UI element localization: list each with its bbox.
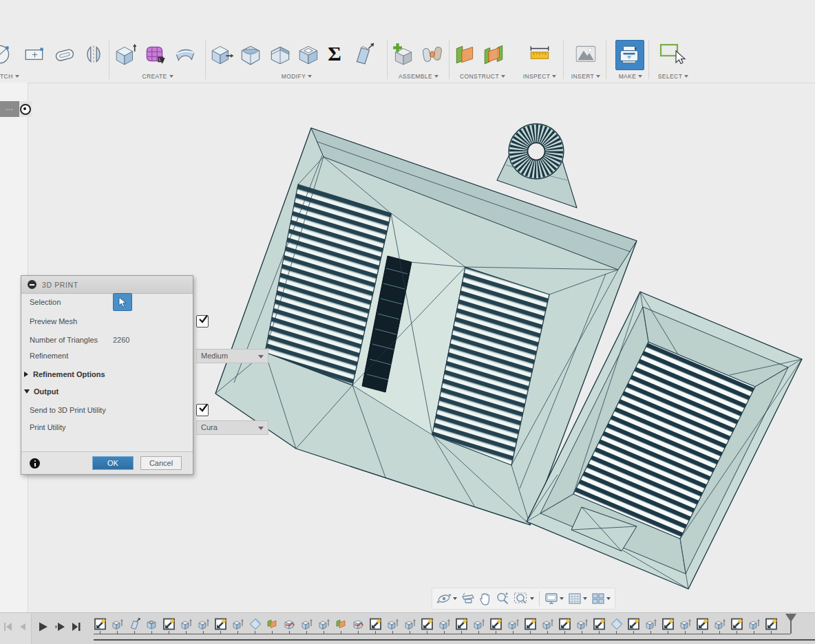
toolbar-separator: [205, 41, 206, 79]
timeline-feature-sketch[interactable]: [593, 617, 606, 631]
info-icon[interactable]: [30, 458, 40, 469]
timeline-feature-sketch[interactable]: [696, 617, 710, 631]
timeline-feature-sketch[interactable]: [765, 617, 779, 631]
timeline-feature-sketch[interactable]: [661, 617, 675, 631]
sketch-circle-icon[interactable]: [0, 41, 14, 67]
modify-fillet-icon[interactable]: [238, 41, 263, 67]
insert-image-icon[interactable]: [573, 41, 598, 67]
dropdown-caret-icon: [453, 597, 457, 600]
look-at-button[interactable]: [459, 590, 477, 608]
preview-mesh-checkbox[interactable]: [196, 315, 209, 328]
timeline-feature-extrude[interactable]: [403, 617, 417, 631]
zoom-button[interactable]: [494, 590, 511, 608]
timeline-feature-plane[interactable]: [266, 617, 279, 631]
timeline-feature-sketch[interactable]: [524, 617, 538, 631]
timeline-feature-extrude[interactable]: [438, 617, 452, 631]
play-button[interactable]: [36, 621, 49, 633]
dropdown-caret-icon: [501, 75, 505, 78]
timeline-feature-chamfer[interactable]: [610, 617, 624, 631]
construct-offset-plane-icon[interactable]: [452, 41, 477, 67]
timeline-feature-extrude[interactable]: [748, 617, 761, 631]
timeline-feature-extrude[interactable]: [386, 617, 400, 631]
timeline-feature-extrude[interactable]: [507, 617, 520, 631]
dropdown-caret-icon: [560, 597, 564, 600]
skip-to-end-button[interactable]: [70, 621, 83, 633]
collapse-dialog-icon[interactable]: [28, 280, 36, 289]
timeline-feature-sketch[interactable]: [94, 617, 107, 631]
construct-midplane-icon[interactable]: [481, 41, 506, 67]
timeline-feature-shell[interactable]: [145, 617, 159, 631]
browser-expand-toggle[interactable]: [19, 101, 32, 117]
send-to-utility-checkbox[interactable]: [196, 404, 209, 416]
output-header[interactable]: Output: [24, 387, 59, 396]
timeline-feature-sketch[interactable]: [558, 617, 572, 631]
display-settings-button[interactable]: [542, 590, 566, 608]
timeline-feature-form[interactable]: [352, 617, 366, 631]
timeline-feature-extrude[interactable]: [317, 617, 331, 631]
timeline-feature-plane[interactable]: [335, 617, 348, 631]
modify-shell-icon[interactable]: [296, 41, 321, 67]
pan-button[interactable]: [477, 590, 494, 608]
sketch-rectangle-icon[interactable]: [22, 41, 47, 67]
grid-settings-button[interactable]: [566, 590, 589, 608]
create-sweep-icon[interactable]: [173, 41, 198, 67]
timeline-feature-extrude[interactable]: [180, 617, 193, 631]
viewports-button[interactable]: [589, 590, 613, 608]
timeline-feature-extrude[interactable]: [472, 617, 486, 631]
timeline-scroll-edge[interactable]: [94, 639, 815, 641]
orbit-icon: [436, 592, 452, 605]
modify-parameters-sigma-icon[interactable]: Σ: [322, 41, 347, 67]
print-utility-dropdown[interactable]: Cura: [196, 420, 268, 435]
timeline-feature-sketch[interactable]: [421, 617, 434, 631]
refinement-dropdown[interactable]: Medium: [196, 349, 268, 363]
timeline-feature-extrude[interactable]: [679, 617, 692, 631]
timeline-feature-extrude[interactable]: [300, 617, 314, 631]
timeline-feature-extrude[interactable]: [197, 617, 211, 631]
timeline-feature-extrude[interactable]: [111, 617, 125, 631]
sketch-slot-icon[interactable]: [52, 41, 77, 67]
timeline-playhead[interactable]: [785, 613, 797, 635]
fusion360-window: TCH CREATE: [0, 0, 815, 644]
timeline-feature-extrude[interactable]: [231, 617, 245, 631]
sketch-mirror-icon[interactable]: [81, 41, 106, 67]
dropdown-caret-icon: [530, 597, 534, 600]
create-form-icon[interactable]: [142, 41, 167, 67]
orbit-button[interactable]: [434, 590, 459, 608]
ok-button[interactable]: OK: [92, 456, 134, 470]
timeline-feature-sketch[interactable]: [489, 617, 503, 631]
refinement-options-header[interactable]: Refinement Options: [24, 370, 105, 378]
toolbar-group-modify: Σ MODIFY: [207, 38, 387, 82]
timeline-feature-form[interactable]: [283, 617, 297, 631]
step-forward-button[interactable]: [54, 621, 66, 633]
timeline-feature-chamfer[interactable]: [248, 617, 262, 631]
timeline-feature-draft[interactable]: [128, 617, 142, 631]
timeline-feature-extrude[interactable]: [575, 617, 589, 631]
skip-to-start-button[interactable]: [2, 621, 14, 633]
timeline-feature-sketch[interactable]: [455, 617, 469, 631]
timeline-feature-extrude[interactable]: [713, 617, 727, 631]
timeline-feature-sketch[interactable]: [369, 617, 383, 631]
assemble-new-component-icon[interactable]: [390, 41, 415, 67]
fit-button[interactable]: [511, 590, 536, 608]
browser-collapsed-bar: ...: [0, 101, 32, 117]
timeline-feature-sketch[interactable]: [730, 617, 744, 631]
step-back-button[interactable]: [17, 621, 29, 633]
inspect-measure-icon[interactable]: [527, 41, 552, 67]
timeline-feature-extrude[interactable]: [644, 617, 658, 631]
modify-presspull-icon[interactable]: [209, 41, 234, 67]
timeline-feature-sketch[interactable]: [627, 617, 641, 631]
browser-overflow-button[interactable]: ...: [0, 101, 19, 117]
cancel-button[interactable]: Cancel: [140, 456, 182, 470]
timeline-feature-sketch[interactable]: [162, 617, 176, 631]
modify-chamfer-icon[interactable]: [268, 41, 293, 67]
create-extrude-icon[interactable]: [114, 41, 138, 67]
select-tool-icon[interactable]: [658, 41, 688, 67]
selection-tool-button[interactable]: [113, 293, 132, 311]
timeline-feature-extrude[interactable]: [541, 617, 555, 631]
timeline-feature-sketch[interactable]: [214, 617, 228, 631]
modify-draft-icon[interactable]: [351, 41, 376, 67]
assemble-joint-icon[interactable]: [420, 41, 445, 67]
dialog-titlebar[interactable]: 3D PRINT: [21, 276, 193, 294]
make-3d-print-icon[interactable]: [617, 42, 642, 68]
dropdown-caret-icon: [15, 75, 19, 78]
